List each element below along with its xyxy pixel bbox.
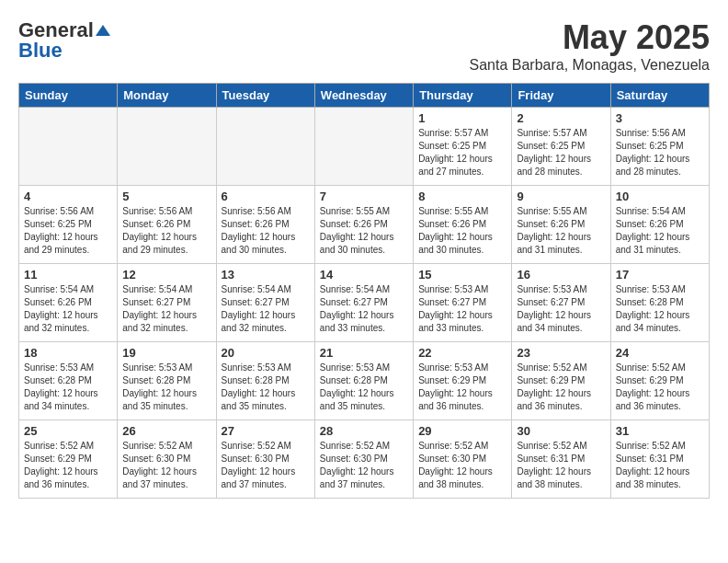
calendar-cell: 12Sunrise: 5:54 AM Sunset: 6:27 PM Dayli… [118, 264, 216, 342]
calendar-cell: 6Sunrise: 5:56 AM Sunset: 6:26 PM Daylig… [216, 186, 314, 264]
day-number: 9 [517, 190, 605, 203]
calendar-cell: 31Sunrise: 5:52 AM Sunset: 6:31 PM Dayli… [610, 420, 709, 499]
day-info: Sunrise: 5:52 AM Sunset: 6:31 PM Dayligh… [517, 440, 605, 491]
logo: General Blue [18, 18, 110, 63]
day-info: Sunrise: 5:53 AM Sunset: 6:28 PM Dayligh… [222, 362, 310, 413]
day-info: Sunrise: 5:53 AM Sunset: 6:28 PM Dayligh… [320, 362, 408, 413]
col-thursday: Thursday [414, 84, 512, 108]
calendar-cell: 17Sunrise: 5:53 AM Sunset: 6:28 PM Dayli… [610, 264, 709, 342]
day-info: Sunrise: 5:54 AM Sunset: 6:26 PM Dayligh… [24, 283, 112, 335]
calendar-cell: 5Sunrise: 5:56 AM Sunset: 6:26 PM Daylig… [118, 186, 216, 264]
calendar-week-0: 1Sunrise: 5:57 AM Sunset: 6:25 PM Daylig… [19, 108, 710, 186]
day-info: Sunrise: 5:55 AM Sunset: 6:26 PM Dayligh… [320, 205, 408, 257]
day-info: Sunrise: 5:57 AM Sunset: 6:25 PM Dayligh… [418, 127, 506, 178]
calendar-cell: 13Sunrise: 5:54 AM Sunset: 6:27 PM Dayli… [216, 264, 314, 342]
day-number: 28 [320, 424, 408, 438]
calendar-cell: 3Sunrise: 5:56 AM Sunset: 6:25 PM Daylig… [610, 108, 709, 186]
day-info: Sunrise: 5:53 AM Sunset: 6:28 PM Dayligh… [122, 362, 210, 413]
day-number: 8 [418, 190, 506, 203]
month-title: May 2025 [469, 18, 710, 57]
day-info: Sunrise: 5:53 AM Sunset: 6:28 PM Dayligh… [24, 362, 112, 413]
calendar-cell: 20Sunrise: 5:53 AM Sunset: 6:28 PM Dayli… [216, 342, 314, 420]
day-info: Sunrise: 5:52 AM Sunset: 6:30 PM Dayligh… [418, 440, 506, 491]
day-number: 1 [418, 111, 506, 125]
day-number: 11 [24, 268, 112, 282]
calendar-cell: 26Sunrise: 5:52 AM Sunset: 6:30 PM Dayli… [118, 420, 216, 499]
calendar-cell [216, 108, 314, 186]
day-number: 4 [24, 190, 112, 203]
calendar-cell: 18Sunrise: 5:53 AM Sunset: 6:28 PM Dayli… [19, 342, 118, 420]
day-info: Sunrise: 5:53 AM Sunset: 6:29 PM Dayligh… [418, 362, 506, 413]
day-info: Sunrise: 5:56 AM Sunset: 6:25 PM Dayligh… [616, 127, 704, 178]
day-number: 26 [122, 424, 210, 438]
day-info: Sunrise: 5:52 AM Sunset: 6:31 PM Dayligh… [616, 440, 704, 491]
calendar-cell: 16Sunrise: 5:53 AM Sunset: 6:27 PM Dayli… [512, 264, 610, 342]
day-number: 29 [418, 424, 506, 438]
day-number: 27 [222, 424, 310, 438]
calendar-cell: 2Sunrise: 5:57 AM Sunset: 6:25 PM Daylig… [512, 108, 610, 186]
col-saturday: Saturday [610, 84, 709, 108]
day-number: 30 [517, 424, 605, 438]
calendar-cell: 1Sunrise: 5:57 AM Sunset: 6:25 PM Daylig… [414, 108, 512, 186]
col-wednesday: Wednesday [314, 84, 413, 108]
day-number: 13 [222, 268, 310, 282]
day-info: Sunrise: 5:54 AM Sunset: 6:26 PM Dayligh… [616, 205, 704, 257]
calendar-cell: 27Sunrise: 5:52 AM Sunset: 6:30 PM Dayli… [216, 420, 314, 499]
calendar-week-1: 4Sunrise: 5:56 AM Sunset: 6:25 PM Daylig… [19, 186, 710, 264]
col-sunday: Sunday [19, 84, 118, 108]
day-number: 2 [517, 111, 605, 125]
calendar-cell: 9Sunrise: 5:55 AM Sunset: 6:26 PM Daylig… [512, 186, 610, 264]
calendar-cell: 4Sunrise: 5:56 AM Sunset: 6:25 PM Daylig… [19, 186, 118, 264]
header-row: Sunday Monday Tuesday Wednesday Thursday… [19, 84, 710, 108]
logo-blue-text: Blue [18, 39, 63, 63]
location-text: Santa Barbara, Monagas, Venezuela [469, 57, 710, 74]
day-number: 18 [24, 346, 112, 360]
calendar-week-3: 18Sunrise: 5:53 AM Sunset: 6:28 PM Dayli… [19, 342, 710, 420]
svg-marker-0 [96, 25, 110, 36]
day-number: 12 [122, 268, 210, 282]
calendar-cell: 21Sunrise: 5:53 AM Sunset: 6:28 PM Dayli… [314, 342, 413, 420]
day-info: Sunrise: 5:56 AM Sunset: 6:26 PM Dayligh… [122, 205, 210, 257]
calendar-cell: 24Sunrise: 5:52 AM Sunset: 6:29 PM Dayli… [610, 342, 709, 420]
day-info: Sunrise: 5:52 AM Sunset: 6:29 PM Dayligh… [24, 440, 112, 491]
title-block: May 2025 Santa Barbara, Monagas, Venezue… [469, 18, 710, 74]
calendar-cell: 10Sunrise: 5:54 AM Sunset: 6:26 PM Dayli… [610, 186, 709, 264]
calendar-week-4: 25Sunrise: 5:52 AM Sunset: 6:29 PM Dayli… [19, 420, 710, 499]
logo-triangle-icon [96, 23, 110, 41]
calendar-cell: 23Sunrise: 5:52 AM Sunset: 6:29 PM Dayli… [512, 342, 610, 420]
day-info: Sunrise: 5:56 AM Sunset: 6:25 PM Dayligh… [24, 205, 112, 257]
day-info: Sunrise: 5:52 AM Sunset: 6:29 PM Dayligh… [517, 362, 605, 413]
day-info: Sunrise: 5:56 AM Sunset: 6:26 PM Dayligh… [222, 205, 310, 257]
day-info: Sunrise: 5:53 AM Sunset: 6:27 PM Dayligh… [517, 283, 605, 335]
calendar-cell [314, 108, 413, 186]
day-info: Sunrise: 5:54 AM Sunset: 6:27 PM Dayligh… [222, 283, 310, 335]
calendar-cell: 19Sunrise: 5:53 AM Sunset: 6:28 PM Dayli… [118, 342, 216, 420]
day-number: 7 [320, 190, 408, 203]
day-info: Sunrise: 5:53 AM Sunset: 6:27 PM Dayligh… [418, 283, 506, 335]
day-info: Sunrise: 5:54 AM Sunset: 6:27 PM Dayligh… [122, 283, 210, 335]
day-number: 23 [517, 346, 605, 360]
day-info: Sunrise: 5:52 AM Sunset: 6:30 PM Dayligh… [320, 440, 408, 491]
day-number: 24 [616, 346, 704, 360]
calendar-cell: 22Sunrise: 5:53 AM Sunset: 6:29 PM Dayli… [414, 342, 512, 420]
day-number: 6 [222, 190, 310, 203]
day-info: Sunrise: 5:55 AM Sunset: 6:26 PM Dayligh… [517, 205, 605, 257]
calendar-cell: 29Sunrise: 5:52 AM Sunset: 6:30 PM Dayli… [414, 420, 512, 499]
calendar-cell: 25Sunrise: 5:52 AM Sunset: 6:29 PM Dayli… [19, 420, 118, 499]
day-number: 16 [517, 268, 605, 282]
calendar-cell [118, 108, 216, 186]
day-number: 22 [418, 346, 506, 360]
day-number: 10 [616, 190, 704, 203]
day-number: 14 [320, 268, 408, 282]
calendar-cell: 28Sunrise: 5:52 AM Sunset: 6:30 PM Dayli… [314, 420, 413, 499]
calendar-cell: 11Sunrise: 5:54 AM Sunset: 6:26 PM Dayli… [19, 264, 118, 342]
day-number: 21 [320, 346, 408, 360]
day-number: 5 [122, 190, 210, 203]
day-number: 17 [616, 268, 704, 282]
day-info: Sunrise: 5:57 AM Sunset: 6:25 PM Dayligh… [517, 127, 605, 178]
day-number: 19 [122, 346, 210, 360]
day-info: Sunrise: 5:53 AM Sunset: 6:28 PM Dayligh… [616, 283, 704, 335]
col-friday: Friday [512, 84, 610, 108]
day-number: 25 [24, 424, 112, 438]
calendar-cell: 8Sunrise: 5:55 AM Sunset: 6:26 PM Daylig… [414, 186, 512, 264]
